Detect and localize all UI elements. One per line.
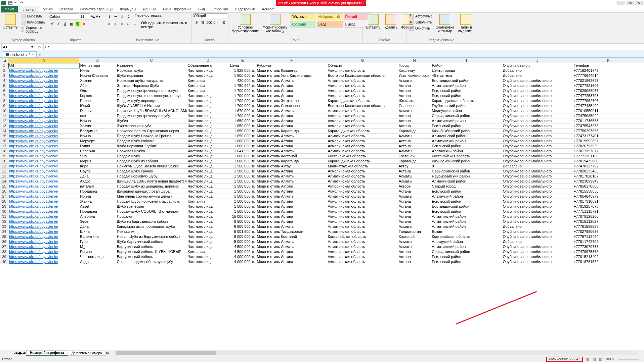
- cell[interactable]: Срочно продам соболиную шубу: [116, 259, 187, 264]
- cell[interactable]: Алатауский район: [431, 239, 502, 244]
- cell[interactable]: Шуба баргузинский соболь: [116, 239, 187, 244]
- row-header[interactable]: 25: [0, 184, 8, 189]
- cell[interactable]: Частного лица: [187, 134, 229, 139]
- cell[interactable]: Алматинский район: [431, 139, 502, 144]
- cell[interactable]: 1 600 000 тг.: [229, 159, 256, 164]
- cell[interactable]: Бостандыкский район: [431, 78, 502, 83]
- currency-button[interactable]: ₽: [194, 19, 200, 25]
- cell[interactable]: Мода и стиль Алматы: [256, 149, 327, 154]
- ribbon-tab-5[interactable]: Данные: [139, 6, 160, 12]
- cell[interactable]: Опубликовано с мобильного: [502, 139, 573, 144]
- cell[interactable]: Астана: [398, 83, 431, 88]
- sheet-tab-other[interactable]: Дефектные номера: [68, 351, 106, 356]
- align-bottom-button[interactable]: ⬇: [119, 13, 125, 19]
- cell[interactable]: Астана: [398, 144, 431, 149]
- cell[interactable]: +77475085092: [573, 113, 644, 118]
- cell[interactable]: +77756297863: [573, 128, 644, 134]
- cell[interactable]: 5 001 500 тг.: [229, 229, 256, 234]
- cell[interactable]: 5 000 000 тг.: [229, 239, 256, 244]
- cell[interactable]: Мода и стиль Алматы: [256, 179, 327, 184]
- cell[interactable]: Частного лица: [187, 189, 229, 194]
- cell[interactable]: Частного лица: [187, 98, 229, 103]
- cell[interactable]: https://www.olx.kz/obyavlenie/: [8, 128, 79, 134]
- cell[interactable]: +77018761682: [573, 259, 644, 264]
- row-header[interactable]: 22: [0, 169, 8, 174]
- cell[interactable]: Акмолинская область: [327, 189, 398, 194]
- cell[interactable]: Костанайская область: [327, 234, 398, 239]
- row-header[interactable]: 8: [0, 98, 8, 103]
- sheet-nav-prev[interactable]: ◀: [17, 351, 20, 355]
- clear-button[interactable]: ⌫Очистить: [409, 25, 433, 31]
- cell[interactable]: Баргузинский соболь: [116, 254, 187, 259]
- cell[interactable]: Баргузинский соболь. ШУБЫ НОВЫЕ: [116, 249, 187, 254]
- cell[interactable]: 1 500 000 тг.: [229, 194, 256, 199]
- row-header[interactable]: 26: [0, 189, 8, 194]
- cell[interactable]: Продам шубу: [116, 154, 187, 159]
- cell[interactable]: https://www.olx.kz/obyavlenie/: [8, 189, 79, 194]
- cell[interactable]: Акмолинская область: [327, 139, 398, 144]
- header-cell[interactable]: Url: [8, 63, 79, 68]
- cell[interactable]: Мода и стиль Караганда: [256, 159, 327, 164]
- align-right-button[interactable]: ≡: [119, 21, 125, 27]
- cell[interactable]: Частного лица: [187, 123, 229, 128]
- cell[interactable]: Олх: [79, 88, 116, 93]
- cell[interactable]: Добавлено: [502, 224, 573, 229]
- select-all-corner[interactable]: ◢: [0, 58, 8, 63]
- zoom-in-button[interactable]: +: [640, 357, 642, 361]
- style-normal[interactable]: Обычный: [290, 13, 316, 20]
- cell[interactable]: Мода и стиль Солнечное: [256, 103, 327, 108]
- cell[interactable]: https://www.olx.kz/obyavlenie/: [8, 118, 79, 123]
- cell[interactable]: Астана: [398, 93, 431, 98]
- cell[interactable]: https://www.olx.kz/obyavlenie/: [8, 254, 79, 259]
- cell[interactable]: Акмолинская область: [327, 209, 398, 214]
- cell[interactable]: Кира: [79, 164, 116, 169]
- cell[interactable]: 1 750 992 тг.: [229, 83, 256, 88]
- row-header[interactable]: 33: [0, 224, 8, 229]
- cell[interactable]: Продам шубу срочно: [116, 169, 187, 174]
- cell[interactable]: Есильский район: [431, 123, 502, 128]
- paste-button[interactable]: Вставить: [2, 13, 19, 30]
- cell[interactable]: +77028235406: [573, 169, 644, 174]
- cell[interactable]: Есильский район: [431, 189, 502, 194]
- fx-icon[interactable]: fx: [36, 45, 43, 49]
- cell[interactable]: Астана: [398, 209, 431, 214]
- cell[interactable]: https://www.olx.kz/obyavlenie/: [8, 159, 79, 164]
- cell[interactable]: Акмолинская область: [327, 123, 398, 128]
- cell[interactable]: +77019992697: [573, 139, 644, 144]
- ribbon-tab-0[interactable]: Главная: [18, 6, 39, 12]
- new-sheet-button[interactable]: ⊕: [106, 351, 109, 355]
- cell[interactable]: 1 500 000 тг.: [229, 169, 256, 174]
- cell[interactable]: Астана: [398, 249, 431, 254]
- cell[interactable]: Опубликовано с мобильного: [502, 244, 573, 249]
- cell[interactable]: Частного лица: [187, 174, 229, 179]
- cell[interactable]: Есильский район: [431, 199, 502, 204]
- cell[interactable]: 1 700 000 тг.: [229, 93, 256, 98]
- cell[interactable]: Дана: [79, 174, 116, 179]
- cell[interactable]: Ирина: [79, 118, 116, 123]
- cell[interactable]: Акмолинская область: [327, 83, 398, 88]
- cell[interactable]: +77162401749: [573, 68, 644, 73]
- cell[interactable]: Мода и стиль Костанай: [256, 154, 327, 159]
- cell[interactable]: Шины: [79, 229, 116, 234]
- cell[interactable]: 8: [431, 164, 502, 169]
- cell[interactable]: +77772351158: [573, 154, 644, 159]
- bold-button[interactable]: Ж: [49, 21, 55, 27]
- font-size-select[interactable]: [80, 13, 90, 19]
- zoom-slider[interactable]: [618, 359, 639, 360]
- row-header[interactable]: 3: [0, 73, 8, 78]
- cell[interactable]: Мода и стиль Астана: [256, 219, 327, 224]
- cell[interactable]: https://www.olx.kz/obyavlenie/: [8, 144, 79, 149]
- cell[interactable]: Солнечное: [398, 103, 431, 108]
- cell[interactable]: Алматинский район: [431, 244, 502, 249]
- cell[interactable]: Продам новую греческую шубу: [116, 113, 187, 118]
- cell[interactable]: Акмолинская область: [327, 259, 398, 264]
- cell[interactable]: Астана: [398, 88, 431, 93]
- style-good[interactable]: Хороший: [290, 21, 316, 28]
- cell[interactable]: https://www.olx.kz/obyavlenie/: [8, 249, 79, 254]
- cell[interactable]: Частного лица: [187, 259, 229, 264]
- cell[interactable]: Алматинская область: [327, 108, 398, 113]
- cell[interactable]: Астана: [398, 204, 431, 209]
- cell[interactable]: Мода и стиль Актобе: [256, 184, 327, 189]
- cell[interactable]: Зере: [79, 219, 116, 224]
- col-header-G[interactable]: G: [327, 58, 398, 63]
